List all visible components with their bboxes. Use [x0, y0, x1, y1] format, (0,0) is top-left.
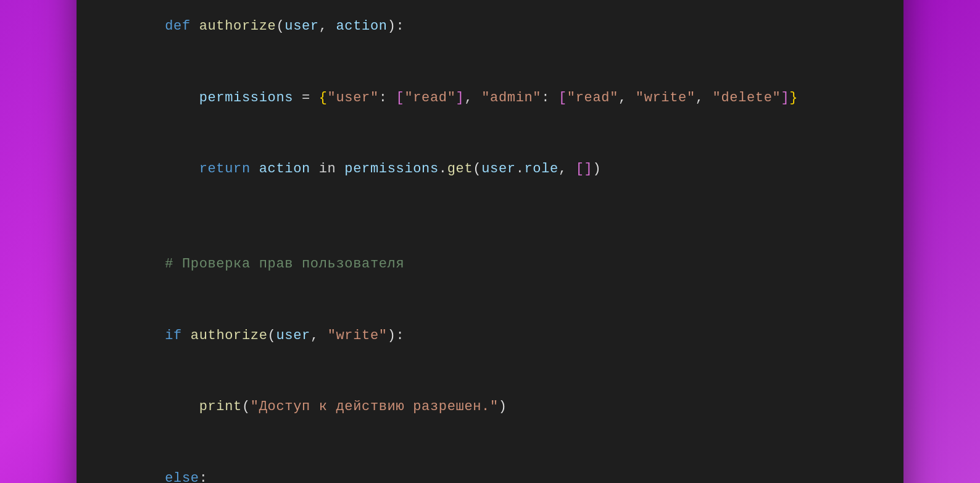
func-authorize-call: authorize [191, 328, 268, 343]
empty-line-1 [114, 205, 866, 229]
code-line-print1: print("Доступ к действию разрешен.") [114, 372, 866, 443]
var-permissions: permissions [199, 90, 293, 106]
param-user: user [284, 19, 318, 34]
paren-close: ) [388, 19, 396, 34]
keyword-def: def [165, 19, 199, 34]
code-window: # Пример проверки прав пользователя на д… [77, 0, 903, 483]
keyword-else: else [165, 471, 199, 484]
keyword-return: return [199, 161, 251, 177]
param-action: action [336, 19, 387, 34]
code-line-comment2: # Проверка прав пользователя [114, 229, 866, 301]
code-editor: # Пример проверки прав пользователя на д… [77, 0, 903, 483]
code-line-if: if authorize(user, "write"): [114, 300, 866, 372]
code-line-permissions: permissions = {"user": ["read"], "admin"… [114, 62, 866, 134]
method-get: get [447, 161, 473, 177]
paren-open: ( [276, 19, 284, 34]
keyword-if: if [165, 328, 182, 343]
func-print-1: print [199, 399, 242, 414]
code-line-else: else: [114, 443, 866, 483]
comment-text-2: # Проверка прав пользователя [165, 256, 404, 272]
code-line-return: return action in permissions.get(user.ro… [114, 134, 866, 206]
func-authorize: authorize [199, 19, 276, 34]
code-line-def: def authorize(user, action): [114, 0, 866, 62]
